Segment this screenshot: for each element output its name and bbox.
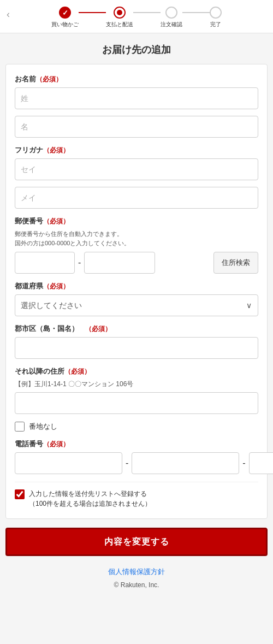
zip-group: 郵便番号（必須） 郵便番号から住所を自動入力できます。 国外の方は000-000… (15, 216, 258, 274)
address-group: それ以降の住所（必須） 【例】玉川1-14-1 〇〇マンション 106号 (15, 367, 258, 414)
step1-label: 買い物かご (51, 21, 79, 28)
zip-row: - 住所検索 (15, 252, 258, 274)
zip-search-button[interactable]: 住所検索 (213, 252, 258, 274)
zip-label: 郵便番号（必須） (15, 216, 258, 226)
prefecture-select[interactable]: 選択してください 東京都 大阪府 神奈川県 (15, 294, 258, 316)
privacy-link[interactable]: 個人情報保護方針 (0, 567, 273, 577)
zip-input2[interactable] (84, 252, 155, 274)
city-input[interactable] (15, 337, 258, 359)
name-label: お名前（必須） (15, 74, 258, 84)
first-name-input[interactable] (15, 116, 258, 138)
city-group: 郡市区（島・国名） （必須） (15, 324, 258, 359)
footer: 個人情報保護方針 © Rakuten, Inc. (0, 556, 273, 598)
register-label: 入力した情報を送付先リストへ登録する （100件を超える場合は追加されません） (29, 489, 151, 509)
no-number-row: 番地なし (15, 422, 258, 432)
zip-input1[interactable] (15, 252, 75, 274)
step4-label: 完了 (210, 21, 221, 28)
submit-section: 内容を変更する (5, 528, 268, 556)
name-group: お名前（必須） (15, 74, 258, 138)
tel-input3[interactable] (249, 452, 273, 474)
copyright: © Rakuten, Inc. (114, 581, 159, 589)
step3-circle (165, 7, 177, 19)
mei-input[interactable] (15, 187, 258, 209)
prefecture-label: 都道府県（必須） (15, 281, 258, 291)
step-shopping-cart: ✓ 買い物かご (51, 7, 79, 28)
furigana-group: フリガナ（必須） (15, 145, 258, 209)
step-complete: 完了 (210, 7, 222, 28)
tel-group: 電話番号（必須） - - (15, 439, 258, 474)
tel-input2[interactable] (132, 452, 239, 474)
sei-input[interactable] (15, 158, 258, 180)
step2-label: 支払と配送 (106, 21, 133, 28)
step-line-2 (133, 12, 161, 13)
address-input[interactable] (15, 392, 258, 414)
last-name-input[interactable] (15, 87, 258, 109)
prefecture-select-wrap: 選択してください 東京都 大阪府 神奈川県 ∨ (15, 294, 258, 316)
no-number-checkbox[interactable] (15, 422, 25, 432)
tel-label: 電話番号（必須） (15, 439, 258, 449)
step2-circle (114, 7, 126, 19)
step-order-confirm: 注文確認 (161, 7, 182, 28)
tel-input1[interactable] (15, 452, 122, 474)
form-card: お名前（必須） フリガナ（必須） 郵便番号（必須） 郵便番号から住所を自動入力で… (5, 64, 268, 519)
zip-separator: - (78, 258, 81, 268)
tel-row: - - (15, 452, 258, 474)
tel-sep1: - (126, 458, 128, 468)
zip-hint: 郵便番号から住所を自動入力できます。 国外の方は000-0000と入力してくださ… (15, 229, 258, 247)
main-content: お届け先の追加 お名前（必須） フリガナ（必須） 郵便番号（必須） 郵便番号から… (0, 33, 273, 614)
prefecture-group: 都道府県（必須） 選択してください 東京都 大阪府 神奈川県 ∨ (15, 281, 258, 316)
step-line-1 (79, 12, 106, 13)
page-title: お届け先の追加 (0, 33, 273, 64)
back-button[interactable]: ‹ (7, 9, 10, 20)
step1-circle: ✓ (59, 7, 71, 19)
step-payment: 支払と配送 (106, 7, 133, 28)
submit-button[interactable]: 内容を変更する (5, 528, 268, 556)
step-line-3 (182, 12, 210, 13)
register-row: 入力した情報を送付先リストへ登録する （100件を超える場合は追加されません） (15, 482, 258, 509)
step3-label: 注文確認 (161, 21, 182, 28)
furigana-label: フリガナ（必須） (15, 145, 258, 155)
address-label: それ以降の住所（必須） (15, 367, 258, 376)
register-checkbox[interactable] (15, 489, 25, 499)
address-example: 【例】玉川1-14-1 〇〇マンション 106号 (15, 380, 258, 389)
city-label: 郡市区（島・国名） （必須） (15, 324, 258, 334)
step4-circle (210, 7, 222, 19)
no-number-label: 番地なし (29, 422, 57, 432)
tel-sep2: - (242, 458, 245, 468)
